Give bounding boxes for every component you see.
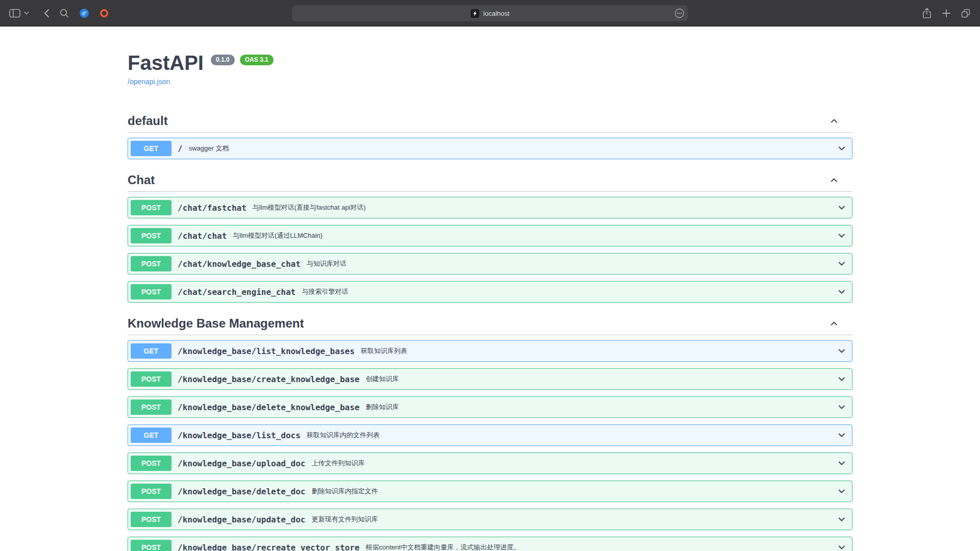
- method-badge: POST: [131, 540, 172, 551]
- op-description: 获取知识库内的文件列表: [307, 431, 837, 440]
- operation-row[interactable]: POST /chat/knowledge_base_chat 与知识库对话: [128, 253, 852, 274]
- operation-row[interactable]: GET /knowledge_base/list_docs 获取知识库内的文件列…: [128, 424, 852, 446]
- method-badge: GET: [131, 428, 172, 443]
- search-icon[interactable]: [60, 9, 69, 18]
- op-description: 与llm模型对话(通过LLMChain): [233, 231, 837, 240]
- back-icon[interactable]: [43, 9, 50, 18]
- sidebar-toggle-icon[interactable]: [9, 9, 20, 18]
- method-badge: POST: [131, 399, 172, 415]
- oas-badge: OAS 3.1: [240, 55, 274, 65]
- api-section: default GET / swagger 文档: [128, 107, 852, 159]
- op-path: /chat/knowledge_base_chat: [172, 259, 307, 269]
- sidebar-cluster: [9, 9, 29, 18]
- toolbar-left-group: [9, 8, 109, 18]
- operation-row[interactable]: POST /knowledge_base/delete_doc 删除知识库内指定…: [128, 481, 852, 502]
- new-tab-icon[interactable]: [942, 9, 950, 17]
- api-sections: default GET / swagger 文档 Chat POST /chat…: [128, 107, 852, 551]
- operation-row[interactable]: POST /knowledge_base/delete_knowledge_ba…: [128, 396, 852, 418]
- op-description: 与搜索引擎对话: [302, 287, 837, 296]
- op-path: /knowledge_base/list_knowledge_bases: [172, 346, 361, 356]
- expand-operation-icon: [837, 542, 847, 551]
- record-extension-icon[interactable]: [100, 9, 109, 18]
- more-options-icon[interactable]: [674, 8, 684, 18]
- op-path: /knowledge_base/update_doc: [172, 515, 311, 524]
- toolbar-right-group: [922, 7, 971, 19]
- operation-row[interactable]: POST /chat/fastchat 与llm模型对话(直接与fastchat…: [128, 197, 852, 218]
- method-badge: GET: [131, 343, 172, 359]
- op-path: /: [172, 144, 189, 154]
- op-description: 与知识库对话: [307, 259, 837, 268]
- op-description: 删除知识库内指定文件: [311, 487, 837, 496]
- section-title: default: [128, 113, 168, 129]
- method-badge: POST: [131, 484, 172, 499]
- version-badge: 0.1.0: [211, 55, 235, 65]
- op-path: /chat/search_engine_chat: [172, 287, 302, 297]
- operation-row[interactable]: GET / swagger 文档: [128, 138, 852, 159]
- section-title: Chat: [128, 172, 155, 188]
- content-container: FastAPI 0.1.0 OAS 3.1 /openapi.json defa…: [128, 27, 852, 551]
- section-operations: GET /knowledge_base/list_knowledge_bases…: [128, 340, 852, 551]
- op-description: 上传文件到知识库: [311, 459, 837, 468]
- op-description: 获取知识库列表: [361, 346, 837, 356]
- method-badge: POST: [131, 284, 172, 299]
- expand-operation-icon: [837, 514, 847, 524]
- method-badge: POST: [131, 200, 172, 215]
- address-content: localhost: [471, 9, 509, 18]
- expand-operation-icon: [837, 374, 847, 384]
- section-header[interactable]: Chat: [128, 166, 852, 192]
- method-badge: POST: [131, 256, 172, 271]
- chevron-down-icon[interactable]: [24, 11, 29, 15]
- op-description: swagger 文档: [189, 144, 837, 153]
- op-path: /knowledge_base/delete_knowledge_base: [172, 403, 365, 412]
- op-path: /knowledge_base/create_knowledge_base: [172, 374, 365, 384]
- section-operations: GET / swagger 文档: [128, 138, 852, 159]
- url-text: localhost: [483, 10, 509, 17]
- operation-row[interactable]: POST /knowledge_base/upload_doc 上传文件到知识库: [128, 453, 852, 474]
- bird-extension-icon[interactable]: [79, 8, 89, 18]
- op-description: 创建知识库: [365, 374, 837, 384]
- api-section: Knowledge Base Management GET /knowledge…: [128, 309, 852, 551]
- expand-operation-icon: [837, 486, 847, 496]
- collapse-section-icon: [829, 116, 839, 126]
- tab-overview-icon[interactable]: [961, 8, 971, 18]
- browser-toolbar: localhost: [0, 0, 980, 27]
- api-section: Chat POST /chat/fastchat 与llm模型对话(直接与fas…: [128, 166, 852, 303]
- op-description: 与llm模型对话(直接与fastchat api对话): [253, 203, 837, 212]
- op-description: 根据content中文档重建向量库，流式输出处理进度。: [365, 543, 837, 551]
- api-title-row: FastAPI 0.1.0 OAS 3.1: [128, 52, 852, 74]
- expand-operation-icon: [837, 259, 847, 269]
- op-path: /chat/chat: [172, 231, 233, 241]
- operation-row[interactable]: GET /knowledge_base/list_knowledge_bases…: [128, 340, 852, 362]
- collapse-section-icon: [829, 318, 839, 329]
- address-bar[interactable]: localhost: [292, 5, 688, 21]
- op-path: /knowledge_base/list_docs: [172, 431, 307, 440]
- method-badge: POST: [131, 371, 172, 387]
- op-path: /knowledge_base/upload_doc: [172, 459, 311, 468]
- api-info: FastAPI 0.1.0 OAS 3.1 /openapi.json: [128, 27, 852, 86]
- collapse-section-icon: [829, 175, 839, 185]
- expand-operation-icon: [837, 287, 847, 297]
- section-title: Knowledge Base Management: [128, 316, 304, 331]
- method-badge: GET: [131, 141, 172, 156]
- swagger-page: FastAPI 0.1.0 OAS 3.1 /openapi.json defa…: [0, 27, 980, 551]
- expand-operation-icon: [837, 203, 847, 213]
- expand-operation-icon: [837, 346, 847, 356]
- share-icon[interactable]: [922, 7, 932, 19]
- section-header[interactable]: default: [128, 107, 852, 133]
- operation-row[interactable]: POST /chat/chat 与llm模型对话(通过LLMChain): [128, 225, 852, 246]
- operation-row[interactable]: POST /chat/search_engine_chat 与搜索引擎对话: [128, 281, 852, 303]
- section-header[interactable]: Knowledge Base Management: [128, 309, 852, 335]
- op-path: /knowledge_base/delete_doc: [172, 487, 311, 496]
- operation-row[interactable]: POST /knowledge_base/update_doc 更新现有文件到知…: [128, 509, 852, 530]
- operation-row[interactable]: POST /knowledge_base/create_knowledge_ba…: [128, 368, 852, 390]
- operation-row[interactable]: POST /knowledge_base/recreate_vector_sto…: [128, 537, 852, 551]
- openapi-spec-link[interactable]: /openapi.json: [128, 78, 170, 86]
- expand-operation-icon: [837, 231, 847, 241]
- expand-operation-icon: [837, 143, 847, 154]
- section-operations: POST /chat/fastchat 与llm模型对话(直接与fastchat…: [128, 197, 852, 303]
- page-title: FastAPI: [128, 52, 204, 74]
- method-badge: POST: [131, 456, 172, 471]
- op-path: /knowledge_base/recreate_vector_store: [172, 543, 365, 551]
- expand-operation-icon: [837, 458, 847, 468]
- op-path: /chat/fastchat: [172, 203, 253, 213]
